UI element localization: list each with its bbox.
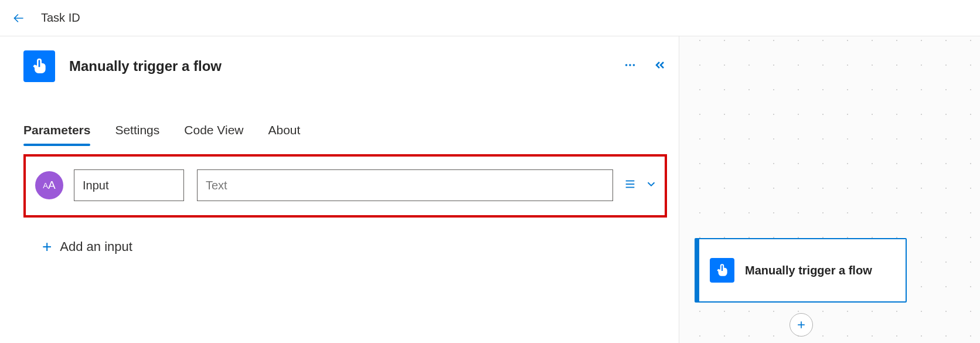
main-area: Manually trigger a flow Parameters Setti… [0,36,980,343]
add-input-label: Add an input [60,239,132,254]
svg-point-2 [633,64,635,66]
list-icon [624,178,637,191]
input-row-actions [624,178,658,193]
tab-settings[interactable]: Settings [115,123,159,145]
config-panel: Manually trigger a flow Parameters Setti… [0,36,679,343]
arrow-left-icon [11,11,26,26]
svg-point-1 [629,64,631,66]
top-bar: Task ID [0,0,980,36]
touch-icon [714,263,730,278]
chevron-down-icon [645,178,658,191]
add-step-button[interactable] [790,313,813,337]
more-options-button[interactable] [624,59,637,74]
tab-list: Parameters Settings Code View About [23,123,667,146]
input-list-button[interactable] [624,178,637,193]
tab-about[interactable]: About [268,123,301,145]
plus-icon: + [42,237,52,256]
canvas-node-title: Manually trigger a flow [745,263,872,278]
canvas-node-icon-container [710,258,734,283]
svg-point-0 [625,64,628,66]
panel-header: Manually trigger a flow [23,50,667,82]
canvas-trigger-node[interactable]: Manually trigger a flow [695,238,907,303]
plus-icon [795,319,807,331]
chevron-double-left-icon [653,58,667,72]
collapse-panel-button[interactable] [653,58,667,74]
trigger-title: Manually trigger a flow [69,58,222,74]
panel-header-actions [624,58,667,74]
text-type-badge: AA [35,171,63,199]
panel-header-left: Manually trigger a flow [23,50,222,82]
input-name-field[interactable] [74,169,184,201]
page-title: Task ID [41,11,80,25]
back-button[interactable] [9,9,28,28]
input-dropdown-button[interactable] [645,178,658,193]
touch-icon [30,57,49,76]
more-horizontal-icon [624,59,637,72]
tab-code-view[interactable]: Code View [184,123,243,145]
add-input-button[interactable]: + Add an input [42,237,667,256]
input-row-highlight: AA [23,154,667,218]
flow-canvas[interactable]: Manually trigger a flow [679,36,980,343]
trigger-icon-container [23,50,55,82]
input-value-field[interactable] [197,169,613,201]
tab-parameters[interactable]: Parameters [23,123,90,145]
